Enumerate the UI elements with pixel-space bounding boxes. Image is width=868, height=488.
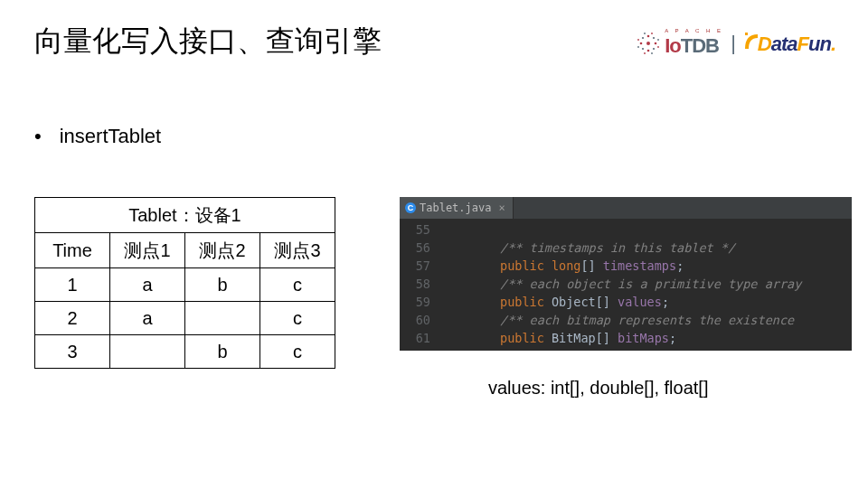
- table-row: 1 a b c: [35, 268, 335, 302]
- slide-title: 向量化写入接口、查询引擎: [34, 22, 382, 61]
- tablet-header: 测点1: [110, 233, 185, 268]
- line-number: 60: [400, 311, 441, 329]
- svg-point-15: [644, 52, 646, 54]
- code-line: 61 public BitMap[] bitMaps;: [400, 329, 852, 347]
- cell: [110, 335, 185, 369]
- df-dot: .: [831, 33, 835, 55]
- svg-point-0: [646, 42, 650, 45]
- iotdb-logo: A P A C H E IoTDB: [636, 29, 723, 58]
- cell: [185, 302, 260, 335]
- tablet-header: 测点3: [260, 233, 335, 268]
- svg-point-8: [653, 48, 655, 50]
- line-body: /** timestamps in this tablet */: [441, 240, 735, 255]
- tablet-caption: Tablet：设备1: [35, 198, 335, 233]
- bullet-item: • insertTablet: [34, 125, 161, 148]
- tablet-header: Time: [35, 233, 110, 268]
- svg-rect-17: [745, 33, 748, 35]
- svg-point-7: [642, 48, 644, 50]
- line-number: 55: [400, 221, 441, 239]
- tablet-header: 测点2: [185, 233, 260, 268]
- line-number: 56: [400, 239, 441, 257]
- datafun-logo: DataFun.: [743, 31, 835, 56]
- iotdb-mark-icon: [636, 31, 661, 56]
- svg-point-1: [640, 42, 643, 45]
- cell: 2: [35, 302, 110, 335]
- code-body: 5556 /** timestamps in this tablet */57 …: [400, 219, 852, 351]
- logo-separator: |: [729, 32, 738, 55]
- svg-point-2: [655, 42, 657, 45]
- table-row: 3 b c: [35, 335, 335, 369]
- tablet-table-block: Tablet：设备1 Time 测点1 测点2 测点3 1 a b c 2 a …: [34, 197, 335, 369]
- table-row: 2 a c: [35, 302, 335, 335]
- code-line: 56 /** timestamps in this tablet */: [400, 239, 852, 257]
- apache-label: A P A C H E: [665, 29, 723, 33]
- df-f: F: [797, 33, 808, 55]
- line-body: public long[] timestamps;: [441, 258, 684, 273]
- svg-point-5: [642, 37, 644, 39]
- svg-point-12: [657, 46, 659, 48]
- df-d: D: [758, 33, 771, 55]
- df-un: un: [808, 33, 831, 55]
- svg-point-16: [651, 52, 653, 54]
- svg-point-11: [657, 39, 659, 41]
- class-file-icon: C: [405, 202, 416, 213]
- svg-point-3: [647, 35, 650, 38]
- tab-label: Tablet.java: [420, 199, 491, 217]
- code-line: 57 public long[] timestamps;: [400, 257, 852, 275]
- editor-tabbar: C Tablet.java ×: [400, 197, 852, 219]
- line-number: 57: [400, 257, 441, 275]
- bullet-dot-icon: •: [34, 127, 42, 146]
- logo-row: A P A C H E IoTDB | DataFun.: [636, 29, 835, 58]
- line-body: /** each bitmap represents the existence: [441, 313, 801, 327]
- line-number: 59: [400, 293, 441, 311]
- svg-point-10: [637, 46, 639, 48]
- svg-point-4: [647, 50, 650, 52]
- values-note: values: int[], double[], float[]: [488, 378, 708, 399]
- cell: 3: [35, 335, 110, 369]
- svg-point-14: [651, 33, 653, 34]
- cell: c: [260, 302, 335, 335]
- code-line: 58 /** each object is a primitive type a…: [400, 275, 852, 293]
- cell: a: [110, 302, 185, 335]
- code-line: 59 public Object[] values;: [400, 293, 852, 311]
- tablet-table: Tablet：设备1 Time 测点1 测点2 测点3 1 a b c 2 a …: [34, 197, 335, 369]
- line-body: /** each object is a primitive type arra…: [441, 277, 801, 291]
- cell: b: [185, 335, 260, 369]
- svg-point-9: [637, 39, 639, 41]
- close-icon[interactable]: ×: [498, 199, 505, 217]
- line-body: public Object[] values;: [441, 295, 669, 309]
- svg-point-13: [644, 33, 646, 34]
- cell: 1: [35, 268, 110, 302]
- svg-point-6: [653, 37, 655, 39]
- iotdb-db: DB: [692, 34, 719, 57]
- iotdb-t: T: [681, 34, 692, 57]
- cell: c: [260, 268, 335, 302]
- cell: c: [260, 335, 335, 369]
- df-ata: ata: [771, 33, 797, 55]
- code-line: 60 /** each bitmap represents the existe…: [400, 311, 852, 329]
- cell: b: [185, 268, 260, 302]
- line-body: public BitMap[] bitMaps;: [441, 331, 676, 345]
- bullet-text: insertTablet: [60, 125, 162, 148]
- line-number: 61: [400, 329, 441, 347]
- line-number: 58: [400, 275, 441, 293]
- editor-tab[interactable]: C Tablet.java ×: [400, 197, 514, 219]
- iotdb-io: Io: [665, 34, 681, 57]
- iotdb-wordmark: A P A C H E IoTDB: [665, 29, 723, 58]
- code-editor: C Tablet.java × 5556 /** timestamps in t…: [400, 197, 852, 351]
- cell: a: [110, 268, 185, 302]
- code-line: 55: [400, 221, 852, 239]
